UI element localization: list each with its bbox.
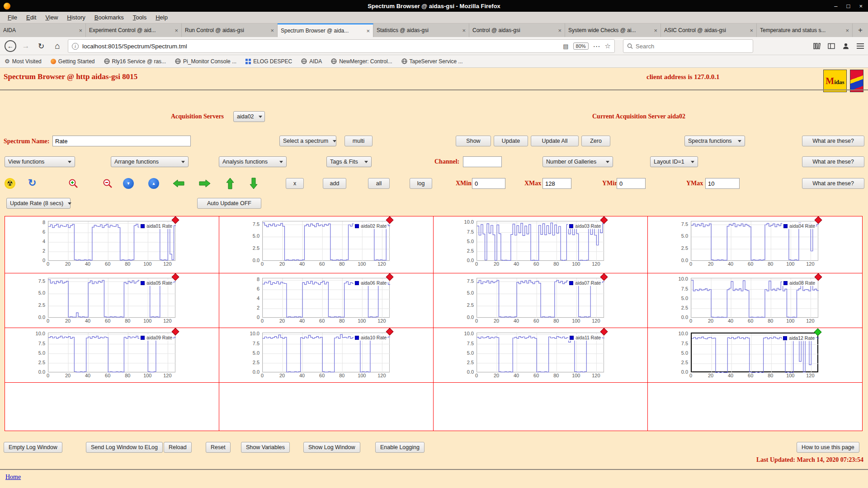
select-a-spectrum-select[interactable]: Select a spectrum [279,136,336,146]
hamburger-menu-icon[interactable] [854,39,867,53]
tab-experiment-control[interactable]: Experiment Control @ aid...× [86,23,182,37]
move-up-icon[interactable] [226,178,234,191]
search-input[interactable] [636,43,749,50]
tab-close-icon[interactable]: × [79,27,82,34]
multi-button[interactable]: multi [344,136,373,146]
tab-close-icon[interactable]: × [558,27,561,34]
shift-down-icon[interactable]: ▼ [123,178,134,189]
tab-close-icon[interactable]: × [654,27,657,34]
move-down-icon[interactable] [250,178,258,191]
move-right-icon[interactable] [199,179,211,189]
reload-button[interactable]: ↻ [34,39,48,53]
chart-aida11[interactable]: 10.07.55.02.50.0aida11 Rate0204060801001… [476,333,604,379]
menu-view[interactable]: View [41,13,62,22]
tab-run-control[interactable]: Run Control @ aidas-gsi× [182,23,278,37]
log-button[interactable]: log [410,178,432,189]
reset-button[interactable]: Reset [206,442,231,453]
spectra-functions-select[interactable]: Spectra functions [684,136,745,146]
chart-plot-area[interactable]: aida10 Rate [262,333,390,372]
refresh-icon[interactable]: ↻ [28,177,36,189]
shift-up-icon[interactable]: ▲ [148,178,159,189]
chart-plot-area[interactable]: aida05 Rate [48,278,175,318]
zoom-in-icon[interactable] [68,178,79,190]
window-maximize-button[interactable]: □ [847,3,850,9]
back-button[interactable]: ← [4,39,17,53]
chart-aida02[interactable]: 7.55.02.50.0aida02 Rate020406080100120 [262,221,390,267]
tab-temperature[interactable]: Temperature and status s...× [757,23,853,37]
url-bar[interactable]: i localhost:8015/Spectrum/Spectrum.tml ▤… [68,39,615,53]
chart-plot-area[interactable]: aida08 Rate [691,278,818,318]
window-close-button[interactable]: × [859,3,863,9]
bookmark-pi-monitor[interactable]: Pi_Monitor Console ... [175,58,236,65]
send-log-window-button[interactable]: Send Log Window to ELog [86,442,163,453]
radiation-icon[interactable]: ☢ [5,178,15,189]
tags-fits-select[interactable]: Tags & Fits [326,156,372,167]
menu-tools[interactable]: Tools [129,13,151,22]
tab-close-icon[interactable]: × [845,27,849,34]
bookmark-elog-despec[interactable]: ELOG DESPEC [245,58,292,65]
chart-plot-area[interactable]: aida07 Rate [476,278,604,318]
chart-aida03[interactable]: 10.07.55.02.50.0aida03 Rate0204060801001… [476,221,604,267]
ymin-input[interactable] [617,178,646,189]
tab-control[interactable]: Control @ aidas-gsi× [469,23,565,37]
chart-plot-area[interactable]: aida12 Rate [691,333,818,372]
chart-plot-area[interactable]: aida11 Rate [476,333,604,372]
what-are-these-button-1[interactable]: What are these? [802,136,864,146]
library-icon[interactable] [810,39,824,53]
bookmark-most-visited[interactable]: ⚙Most Visited [5,58,42,65]
bookmark-rly16-service[interactable]: Rly16 Service @ ras... [104,58,166,65]
chart-plot-area[interactable]: aida01 Rate [48,221,175,261]
x-button[interactable]: x [286,178,304,189]
midas-logo[interactable]: Midas [823,70,847,92]
tab-close-icon[interactable]: × [750,27,753,34]
tab-aida[interactable]: AIDA× [0,23,86,37]
auto-update-button[interactable]: Auto Update OFF [197,198,261,209]
tab-spectrum-browser[interactable]: Spectrum Browser @ aida...× [278,23,373,37]
tab-close-icon[interactable]: × [270,27,274,34]
chart-aida07[interactable]: 7.55.02.50.0aida07 Rate020406080100120 [476,278,604,324]
tab-system-checks[interactable]: System wide Checks @ ai...× [565,23,661,37]
show-variables-button[interactable]: Show Variables [241,442,290,453]
acquisition-server-select[interactable]: aida02 [233,111,265,122]
zero-button[interactable]: Zero [581,136,610,146]
menu-bookmarks[interactable]: Bookmarks [90,13,128,22]
menu-file[interactable]: File [4,13,21,22]
zoom-level-badge[interactable]: 80% [573,42,589,50]
show-log-window-button[interactable]: Show Log Window [303,442,360,453]
spectrum-name-input[interactable] [52,136,191,146]
layout-id-select[interactable]: Layout ID=1 [650,156,698,167]
account-icon[interactable] [839,39,853,53]
channel-input[interactable] [463,156,502,167]
chart-aida09[interactable]: 10.07.55.02.50.0aida09 Rate0204060801001… [48,333,175,379]
menu-edit[interactable]: Edit [22,13,40,22]
add-button[interactable]: add [323,178,346,189]
all-button[interactable]: all [368,178,390,189]
menu-help[interactable]: Help [151,13,172,22]
chart-aida08[interactable]: 10.07.55.02.50.0aida08 Rate0204060801001… [691,278,818,324]
home-link[interactable]: Home [5,474,21,481]
bookmark-getting-started[interactable]: Getting Started [51,58,95,65]
chart-plot-area[interactable]: aida09 Rate [48,333,175,372]
how-to-use-button[interactable]: How to use this page [797,442,859,453]
enable-logging-button[interactable]: Enable Logging [375,442,425,453]
update-rate-select[interactable]: Update Rate (8 secs) [6,198,71,209]
reload-page-button[interactable]: Reload [164,442,192,453]
view-functions-select[interactable]: View functions [5,156,75,167]
chart-aida04[interactable]: 7.55.02.50.0aida04 Rate020406080100120 [691,221,818,267]
bookmark-aida[interactable]: AIDA [301,58,322,65]
tab-close-icon[interactable]: × [366,28,370,34]
arrange-functions-select[interactable]: Arrange functions [111,156,189,167]
zoom-out-icon[interactable] [102,178,113,190]
xmin-input[interactable] [472,178,505,189]
new-tab-button[interactable]: + [853,23,868,37]
reader-mode-icon[interactable]: ▤ [563,43,568,50]
chart-aida12[interactable]: 10.07.55.02.50.0aida12 Rate0204060801001… [691,333,818,379]
what-are-these-button-2[interactable]: What are these? [802,156,864,167]
tab-asic-control[interactable]: ASIC Control @ aidas-gsi× [661,23,757,37]
analysis-functions-select[interactable]: Analysis functions [219,156,287,167]
bookmark-star-icon[interactable]: ☆ [605,42,611,50]
chart-plot-area[interactable]: aida04 Rate [691,221,818,261]
update-all-button[interactable]: Update All [531,136,579,146]
bookmark-tapeserver[interactable]: TapeServer Service ... [401,58,463,65]
chart-aida05[interactable]: 7.55.02.50.0aida05 Rate020406080100120 [48,278,175,324]
